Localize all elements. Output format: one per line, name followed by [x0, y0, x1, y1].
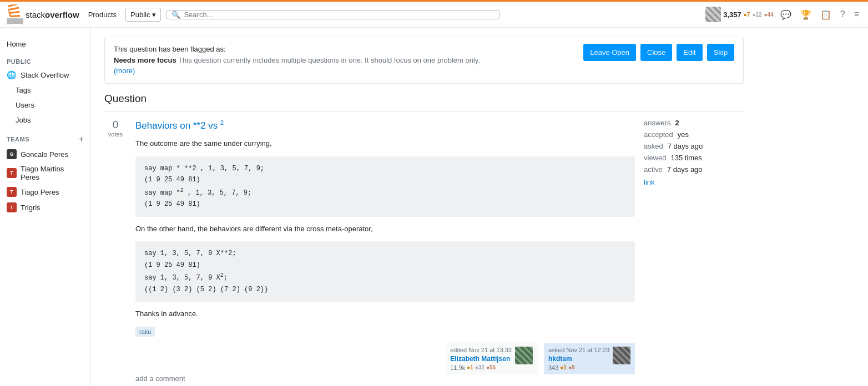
tag-raku[interactable]: raku — [135, 327, 155, 337]
viewed-row: viewed 135 times — [644, 154, 744, 162]
editor-silver-badge: ●32 — [475, 364, 485, 370]
team-item-tiago[interactable]: T Tiago Peres — [0, 184, 90, 200]
sidebar-item-home[interactable]: Home — [0, 37, 90, 52]
teams-section: TEAMS + — [0, 128, 90, 146]
close-button[interactable]: Close — [640, 44, 672, 61]
asker-name[interactable]: hkdtam — [548, 355, 609, 363]
flagged-label: This question has been flagged as: — [114, 45, 226, 53]
section-title: Question — [104, 93, 744, 112]
dropdown-arrow-icon: ▾ — [152, 11, 156, 19]
viewed-value: 135 times — [670, 154, 702, 162]
vote-label: votes — [108, 131, 123, 138]
sidebar-item-users[interactable]: Users — [0, 98, 90, 113]
active-row: active 7 days ago — [644, 165, 744, 174]
team-icon-tiago-martins: T — [7, 168, 17, 178]
editor-avatar — [515, 347, 533, 364]
vote-count: 0 — [113, 119, 119, 131]
asker-badges: 343 ●1 ●8 — [548, 364, 609, 371]
accepted-label: accepted — [644, 130, 673, 139]
search-icon: 🔍 — [171, 11, 180, 19]
viewed-label: viewed — [644, 154, 666, 162]
editor-info: edited Nov 21 at 13:33 Elizabeth Mattijs… — [450, 347, 512, 371]
svg-rect-1 — [7, 23, 9, 24]
edit-button[interactable]: Edit — [677, 44, 702, 61]
logo-icon — [7, 4, 23, 24]
products-nav[interactable]: Products — [85, 11, 120, 19]
header: stackoverflow Products Public ▾ 🔍 3,357 … — [0, 0, 868, 28]
answers-value: 2 — [675, 119, 679, 127]
products-label[interactable]: Products — [85, 8, 120, 21]
jobs-label: Jobs — [16, 116, 31, 124]
achievements-icon[interactable]: 🏆 — [798, 7, 814, 22]
flag-more-link[interactable]: (more) — [114, 67, 135, 75]
globe-icon: 🌐 — [7, 70, 16, 79]
editor-card: edited Nov 21 at 13:33 Elizabeth Mattijs… — [446, 343, 537, 374]
editor-name[interactable]: Elizabeth Mattijsen — [450, 355, 512, 363]
user-cards: edited Nov 21 at 13:33 Elizabeth Mattijs… — [135, 343, 635, 374]
user-reputation[interactable]: 3,357 ●7 ●22 ●44 — [705, 7, 774, 22]
svg-rect-4 — [9, 11, 19, 14]
flag-notice: This question has been flagged as: Needs… — [104, 37, 744, 84]
code-block-1: say map * **2 , 1, 3, 5, 7, 9; (1 9 25 4… — [135, 156, 635, 217]
asker-rep: 343 — [548, 364, 558, 371]
sidebar-item-jobs[interactable]: Jobs — [0, 113, 90, 128]
menu-icon[interactable]: ≡ — [852, 7, 861, 22]
sidebar: Home PUBLIC 🌐 Stack Overflow Tags Users … — [0, 28, 91, 386]
asker-info: asked Nov 21 at 12:29 hkdtam 343 ●1 ●8 — [548, 347, 609, 371]
team-name-trigris: Trigris — [21, 204, 41, 212]
question-link[interactable]: link — [644, 178, 744, 186]
svg-rect-3 — [10, 15, 20, 17]
home-label: Home — [7, 40, 26, 48]
sidebar-item-tags[interactable]: Tags — [0, 83, 90, 98]
question-title[interactable]: Behaviors on **2 vs 2 — [135, 119, 635, 132]
sidebar-item-stackoverflow[interactable]: 🌐 Stack Overflow — [0, 67, 90, 83]
users-label: Users — [16, 101, 34, 109]
inbox-icon[interactable]: 💬 — [778, 7, 794, 22]
editor-rep: 11.9k — [450, 364, 465, 371]
silver-badge: ●22 — [752, 12, 761, 18]
bronze-badge: ●44 — [764, 12, 774, 18]
leave-open-button[interactable]: Leave Open — [583, 44, 636, 61]
add-comment-link[interactable]: add a comment — [135, 374, 185, 383]
search-box: 🔍 — [166, 10, 499, 19]
help-icon[interactable]: ? — [838, 7, 847, 22]
svg-rect-0 — [7, 21, 23, 23]
team-icon-tiago: T — [7, 187, 17, 197]
review-icon[interactable]: 📋 — [818, 7, 834, 22]
asker-gold-badge: ●1 — [560, 364, 567, 370]
teams-label: TEAMS — [7, 136, 29, 143]
public-dropdown[interactable]: Public ▾ — [125, 8, 161, 22]
team-icon-goncalo: G — [7, 149, 17, 159]
main-content: This question has been flagged as: Needs… — [91, 28, 757, 386]
sidebar-section-public: PUBLIC — [0, 52, 90, 67]
team-item-trigris[interactable]: T Trigris — [0, 200, 90, 215]
accepted-row: accepted yes — [644, 130, 744, 139]
svg-rect-2 — [21, 23, 23, 24]
asked-value: 7 days ago — [668, 142, 703, 150]
skip-button[interactable]: Skip — [707, 44, 734, 61]
asker-action: asked Nov 21 at 12:29 — [548, 347, 609, 353]
team-item-tiago-martins[interactable]: T Tiago Martins Peres — [0, 162, 90, 184]
search-input[interactable] — [184, 11, 494, 19]
team-name-tiago-martins: Tiago Martins Peres — [21, 165, 84, 181]
asker-avatar — [613, 347, 630, 364]
code-block-2: say 1, 3, 5, 7, 9 X**2; (1 9 25 49 81) s… — [135, 241, 635, 302]
flag-reason: Needs more focus — [114, 56, 176, 64]
flag-description: This question currently includes multipl… — [178, 56, 480, 64]
flag-actions: Leave Open Close Edit Skip — [583, 44, 734, 61]
logo[interactable]: stackoverflow — [7, 4, 79, 24]
teams-add-button[interactable]: + — [79, 134, 84, 144]
team-item-goncalo[interactable]: G Goncalo Peres — [0, 146, 90, 162]
question-para1: The outcome are the same under currying, — [135, 138, 635, 150]
active-value: 7 days ago — [667, 165, 703, 174]
question-area: 0 votes Behaviors on **2 vs 2 The outcom… — [104, 119, 744, 383]
asker-bronze-badge: ●8 — [568, 364, 575, 370]
question-body: Behaviors on **2 vs 2 The outcome are th… — [135, 119, 635, 383]
asked-label: asked — [644, 142, 663, 150]
tags-label: Tags — [16, 86, 31, 94]
flag-text: This question has been flagged as: Needs… — [114, 44, 574, 77]
question-meta: answers 2 accepted yes asked 7 days ago … — [644, 119, 744, 383]
flagged-as-text: This question has been flagged as: — [114, 44, 574, 55]
vote-column: 0 votes — [104, 119, 127, 383]
flag-reason-line: Needs more focus This question currently… — [114, 55, 574, 66]
